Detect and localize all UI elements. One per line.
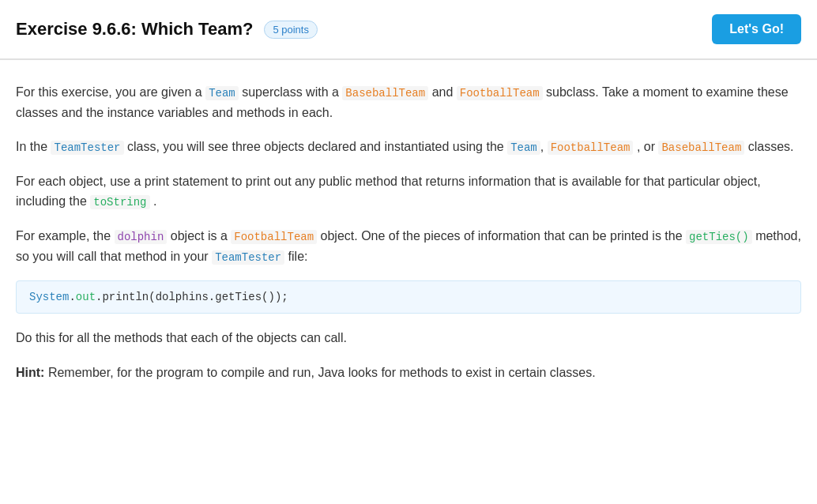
code-block: System.out.println(dolphins.getTies()); (16, 280, 801, 314)
comma1: , (540, 140, 548, 153)
hint-content: Remember, for the program to compile and… (48, 366, 596, 379)
paragraph-5: Do this for all the methods that each of… (16, 328, 801, 348)
para4-after: file: (288, 250, 308, 263)
paragraph-2: In the TeamTester class, you will see th… (16, 137, 801, 157)
baseball-ref: BaseballTeam (658, 141, 744, 155)
paragraph-1: For this exercise, you are given a Team … (16, 82, 801, 122)
baseball-class-ref: BaseballTeam (342, 86, 428, 100)
para3-after: . (153, 194, 156, 208)
get-ties-ref: getTies() (686, 230, 752, 244)
code-system: System (29, 291, 69, 303)
code-method: .println(dolphins.getTies()); (96, 291, 288, 303)
football-class-ref: FootballTeam (457, 86, 543, 100)
para1-middle1: superclass with a (242, 85, 339, 99)
para2-before: In the (16, 140, 47, 153)
para4-middle2: object. One of the pieces of information… (321, 229, 687, 243)
paragraph-4: For example, the dolphin object is a Foo… (16, 226, 801, 266)
team-tester-ref2: TeamTester (212, 250, 284, 265)
hint-label: Hint: (16, 366, 44, 379)
para2-after: classes. (748, 140, 794, 153)
para5-text: Do this for all the methods that each of… (16, 331, 347, 344)
lets-go-button[interactable]: Let's Go! (712, 14, 801, 44)
football-ref: FootballTeam (548, 141, 634, 155)
dolphin-ref: dolphin (115, 230, 168, 244)
para4-middle1: object is a (171, 229, 231, 243)
code-out: out (76, 291, 96, 303)
team-ref: Team (507, 141, 540, 155)
paragraph-3: For each object, use a print statement t… (16, 171, 801, 212)
team-tester-ref: TeamTester (51, 141, 123, 155)
points-badge: 5 points (264, 21, 318, 39)
team-class-ref: Team (205, 86, 239, 100)
exercise-title: Exercise 9.6.6: Which Team? (16, 19, 253, 39)
football-class-ref2: FootballTeam (231, 230, 317, 244)
para4-before: For example, the (16, 229, 111, 243)
page-header: Exercise 9.6.6: Which Team? 5 points Let… (0, 0, 817, 60)
hint-paragraph: Hint: Remember, for the program to compi… (16, 363, 801, 383)
header-left: Exercise 9.6.6: Which Team? 5 points (16, 19, 318, 39)
para2-middle: class, you will see three objects declar… (127, 140, 507, 153)
para2-or: , or (637, 140, 659, 153)
para1-before: For this exercise, you are given a (16, 85, 202, 99)
content-area: For this exercise, you are given a Team … (0, 60, 817, 412)
to-string-ref: toString (90, 195, 149, 209)
para1-and: and (432, 85, 457, 99)
